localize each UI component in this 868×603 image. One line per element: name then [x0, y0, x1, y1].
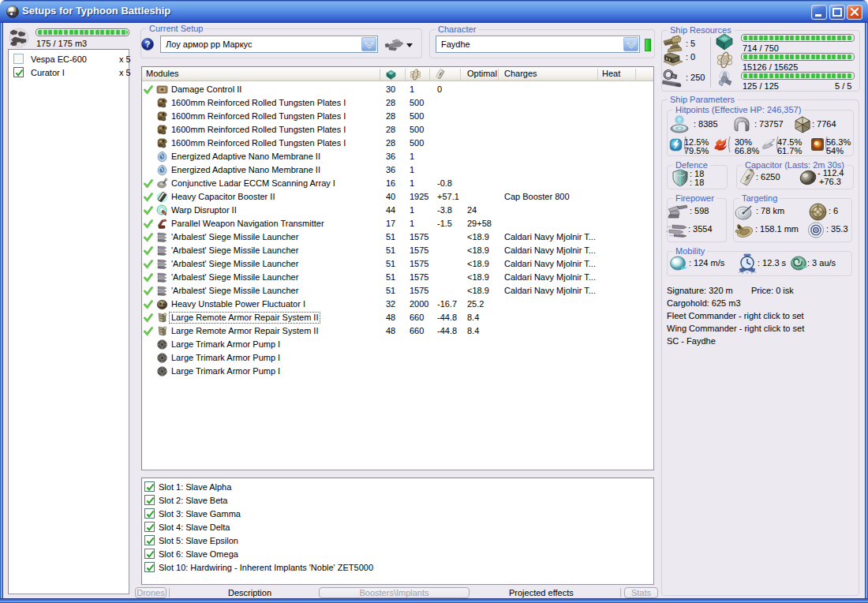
svg-text:?: ?	[145, 39, 151, 49]
